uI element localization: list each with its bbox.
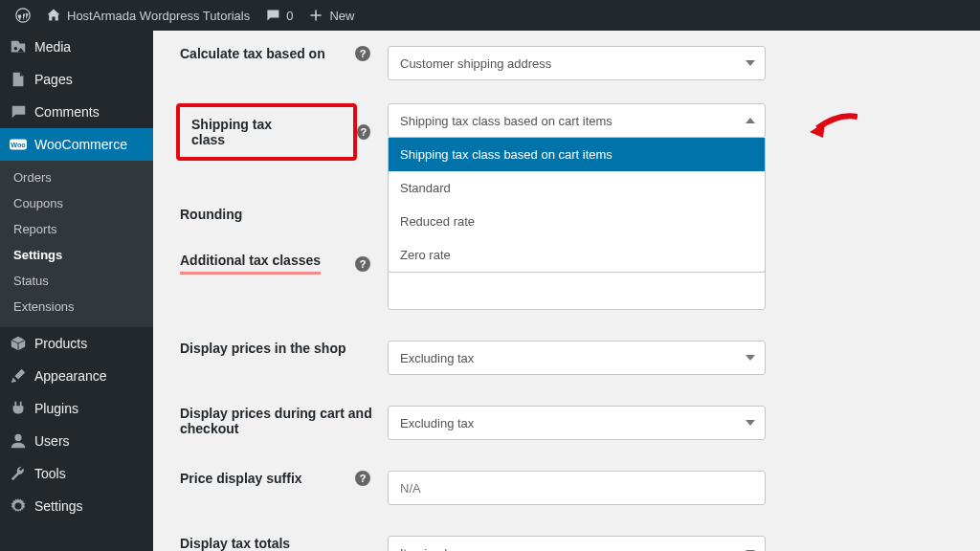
highlight-shipping-tax-class: Shipping tax class	[176, 103, 357, 161]
select-value: Itemized	[400, 546, 447, 552]
submenu-item-reports[interactable]: Reports	[0, 216, 153, 242]
sidebar-item-tools[interactable]: Tools	[0, 457, 153, 490]
label-rounding: Rounding	[180, 207, 242, 222]
help-icon[interactable]: ?	[355, 471, 370, 486]
submenu-item-extensions[interactable]: Extensions	[0, 294, 153, 320]
dropdown-option[interactable]: Shipping tax class based on cart items	[389, 138, 765, 171]
page-icon	[10, 71, 27, 88]
home-icon	[46, 8, 61, 23]
svg-text:Woo: Woo	[11, 141, 26, 149]
site-link[interactable]: HostArmada Wordpress Tutorials	[38, 0, 257, 31]
dropdown-shipping-tax-class: Shipping tax class based on cart itemsSt…	[388, 138, 766, 273]
comment-icon	[265, 8, 280, 23]
sidebar-item-label: Users	[34, 433, 70, 449]
chevron-down-icon	[746, 60, 755, 66]
row-display-totals: Display tax totals Itemized	[172, 520, 961, 551]
sidebar-item-appearance[interactable]: Appearance	[0, 360, 153, 392]
new-link[interactable]: New	[301, 0, 362, 31]
label-display-shop: Display prices in the shop	[180, 341, 346, 356]
highlight-additional-classes: Additional tax classes	[180, 253, 321, 275]
admin-sidebar: MediaPagesComments Woo WooCommerce Order…	[0, 31, 153, 551]
sidebar-item-label: WooCommerce	[34, 137, 127, 152]
wrench-icon	[10, 465, 27, 482]
annotation-arrow	[810, 111, 858, 143]
help-icon[interactable]: ?	[355, 256, 370, 272]
select-display-shop[interactable]: Excluding tax	[388, 341, 766, 375]
row-calculate-tax: Calculate tax based on? Customer shippin…	[172, 31, 961, 96]
comments-link[interactable]: 0	[257, 0, 301, 31]
submenu-item-orders[interactable]: Orders	[0, 165, 153, 190]
woocommerce-submenu: OrdersCouponsReportsSettingsStatusExtens…	[0, 161, 153, 327]
select-value: Excluding tax	[400, 351, 474, 365]
svg-point-4	[14, 434, 21, 441]
svg-point-1	[14, 47, 18, 51]
new-label: New	[329, 9, 354, 23]
sidebar-item-plugins[interactable]: Plugins	[0, 392, 153, 425]
row-price-suffix: Price display suffix?	[172, 455, 961, 520]
box-icon	[10, 335, 27, 352]
select-calculate-tax[interactable]: Customer shipping address	[388, 46, 766, 80]
chevron-down-icon	[746, 355, 755, 361]
dropdown-option[interactable]: Zero rate	[389, 238, 765, 272]
brush-icon	[10, 367, 27, 385]
sidebar-item-woocommerce[interactable]: Woo WooCommerce	[0, 128, 153, 161]
select-shipping-tax-class[interactable]: Shipping tax class based on cart items	[388, 103, 766, 138]
chevron-up-icon	[746, 118, 755, 123]
gear-icon	[10, 497, 27, 515]
help-icon[interactable]: ?	[357, 124, 370, 140]
select-value: Shipping tax class based on cart items	[400, 114, 612, 128]
sidebar-item-media[interactable]: Media	[0, 31, 153, 63]
sidebar-item-settings[interactable]: Settings	[0, 490, 153, 522]
plus-icon	[308, 8, 323, 23]
dropdown-option[interactable]: Standard	[389, 171, 765, 205]
wordpress-icon	[15, 8, 31, 23]
settings-content: Calculate tax based on? Customer shippin…	[153, 31, 980, 551]
comment-icon	[10, 103, 27, 121]
submenu-item-settings[interactable]: Settings	[0, 242, 153, 268]
site-title: HostArmada Wordpress Tutorials	[67, 9, 250, 23]
user-icon	[10, 432, 27, 450]
dropdown-option[interactable]: Reduced rate	[389, 205, 765, 238]
label-shipping-tax-class: Shipping tax class	[191, 117, 272, 147]
submenu-item-coupons[interactable]: Coupons	[0, 190, 153, 216]
plug-icon	[10, 400, 27, 417]
submenu-item-status[interactable]: Status	[0, 268, 153, 294]
sidebar-item-comments[interactable]: Comments	[0, 96, 153, 128]
sidebar-item-pages[interactable]: Pages	[0, 63, 153, 96]
select-value: Customer shipping address	[400, 56, 551, 71]
sidebar-item-label: Media	[34, 39, 71, 55]
comments-count: 0	[286, 9, 293, 23]
sidebar-item-users[interactable]: Users	[0, 425, 153, 457]
select-display-totals[interactable]: Itemized	[388, 536, 766, 551]
chevron-down-icon	[746, 420, 755, 426]
woo-icon: Woo	[10, 136, 27, 153]
label-display-cart: Display prices during cart and checkout	[180, 406, 388, 436]
select-display-cart[interactable]: Excluding tax	[388, 406, 766, 440]
wordpress-logo[interactable]	[8, 0, 38, 31]
media-icon	[10, 38, 27, 55]
row-display-cart: Display prices during cart and checkout …	[172, 390, 961, 455]
sidebar-item-label: Tools	[34, 466, 66, 481]
sidebar-item-label: Comments	[34, 104, 100, 120]
input-price-suffix[interactable]	[388, 471, 766, 505]
sidebar-item-label: Pages	[34, 72, 73, 87]
label-price-suffix: Price display suffix	[180, 471, 302, 486]
label-additional-tax-classes: Additional tax classes	[180, 253, 321, 268]
sidebar-item-products[interactable]: Products	[0, 327, 153, 360]
admin-toolbar: HostArmada Wordpress Tutorials 0 New	[0, 0, 980, 31]
label-calculate-tax: Calculate tax based on	[180, 46, 325, 61]
row-display-shop: Display prices in the shop Excluding tax	[172, 325, 961, 390]
sidebar-item-label: Products	[34, 336, 87, 351]
sidebar-item-label: Appearance	[34, 368, 107, 384]
help-icon[interactable]: ?	[355, 46, 370, 61]
label-display-totals: Display tax totals	[180, 536, 290, 551]
sidebar-item-label: Plugins	[34, 401, 78, 416]
sidebar-item-label: Settings	[34, 498, 83, 514]
select-value: Excluding tax	[400, 416, 474, 430]
